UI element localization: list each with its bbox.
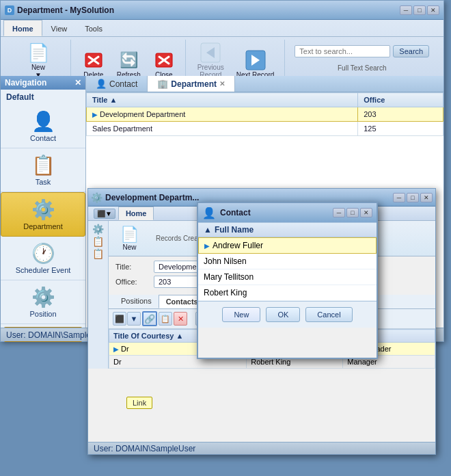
ribbon-tabs: Home View Tools bbox=[1, 20, 443, 37]
sub-side-icon-1[interactable]: ⚙️ bbox=[92, 224, 104, 235]
refresh-icon: 🔄 bbox=[118, 49, 139, 71]
grid-row-title2: Sales Department bbox=[87, 122, 358, 136]
minimize-button[interactable]: ─ bbox=[400, 5, 412, 15]
ribbon-new-items: 📄 New▼ bbox=[23, 40, 54, 81]
sub-nav-combo: ⬛ ▼ bbox=[113, 312, 141, 326]
grid-row-office2: 125 bbox=[358, 122, 443, 136]
sub-delete-button[interactable]: ✕ bbox=[174, 312, 187, 326]
dialog-list: ▶ Andrew Fuller John Nilsen Mary Tellits… bbox=[198, 237, 377, 301]
table-row[interactable]: ▶ Development Department 203 bbox=[87, 107, 443, 122]
dialog-title-text: Contact bbox=[220, 208, 251, 217]
nav-panel-title: Navigation ✕ bbox=[1, 76, 85, 90]
list-item[interactable]: ▶ Andrew Fuller bbox=[198, 237, 377, 254]
dept-tab-close[interactable]: ✕ bbox=[219, 80, 225, 88]
table-row[interactable]: Sales Department 125 bbox=[87, 122, 443, 136]
sub-minimize-btn[interactable]: ─ bbox=[393, 193, 405, 202]
sub-title-left: ⚙️ Development Departm... bbox=[91, 192, 199, 203]
grid-row-indicator: ▶ Development Department bbox=[87, 107, 358, 122]
previous-record-button[interactable]: PreviousRecord bbox=[193, 40, 229, 81]
search-group-label: Full Text Search bbox=[338, 64, 387, 72]
sidebar-item-scheduler[interactable]: 🕐 Scheduler Event bbox=[1, 237, 85, 280]
tab-department[interactable]: 🏢 Department ✕ bbox=[147, 76, 235, 92]
search-input[interactable] bbox=[295, 45, 390, 57]
fullname-col-label: Full Name bbox=[215, 225, 254, 235]
department-nav-label: Department bbox=[23, 222, 62, 230]
grid-row-office: 203 bbox=[358, 107, 443, 122]
dialog-close-btn[interactable]: ✕ bbox=[360, 208, 372, 217]
sub-side-icon-2[interactable]: 📋 bbox=[92, 236, 104, 247]
sub-close-btn[interactable]: ✕ bbox=[420, 193, 433, 202]
new-button[interactable]: 📄 New▼ bbox=[23, 40, 54, 81]
maximize-button[interactable]: □ bbox=[413, 5, 426, 15]
position-icon: ⚙️ bbox=[31, 286, 55, 308]
sidebar-item-position[interactable]: ⚙️ Position bbox=[1, 280, 85, 324]
dialog-contact-icon: 👤 bbox=[202, 207, 216, 220]
scheduler-nav-label: Scheduler Event bbox=[16, 266, 71, 274]
tab-view[interactable]: View bbox=[42, 21, 77, 36]
contact-icon: 👤 bbox=[31, 110, 55, 133]
position-nav-label: Position bbox=[29, 310, 56, 318]
tab-home[interactable]: Home bbox=[3, 20, 42, 36]
form-title-label: Title: bbox=[115, 263, 150, 271]
sub-title-controls: ─ □ ✕ bbox=[393, 193, 433, 202]
sub-link-button[interactable]: 🔗 bbox=[142, 311, 157, 326]
close-icon-ribbon bbox=[153, 49, 175, 71]
sub-status-user: User: DOMAIN\SampleUser bbox=[94, 444, 195, 453]
contact-nav-label: Contact bbox=[30, 134, 56, 142]
task-icon: 📋 bbox=[31, 154, 55, 176]
dialog-title-bar: 👤 Contact ─ □ ✕ bbox=[198, 203, 377, 222]
nav-default-label: Default bbox=[1, 90, 85, 105]
title-bar-left: D Department - MySolution bbox=[5, 5, 114, 15]
dept-tab-label: Department bbox=[171, 79, 217, 89]
dialog-ok-button[interactable]: OK bbox=[266, 307, 300, 322]
nav-pin-button[interactable]: ✕ bbox=[74, 78, 81, 88]
sub-new-label: New bbox=[122, 243, 136, 251]
sub-window-icon: ⚙️ bbox=[91, 192, 102, 203]
contact-tab-label: Contact bbox=[109, 79, 137, 89]
sub-edit-button[interactable]: 📋 bbox=[159, 312, 172, 326]
search-box: Search bbox=[292, 40, 432, 63]
ribbon-edit-items: Delete 🔄 Refresh bbox=[78, 40, 180, 81]
form-office-label: Office: bbox=[115, 278, 150, 286]
sub-nav-toggle[interactable]: ⬛ bbox=[113, 312, 126, 326]
contact-item-3: Mary Tellitson bbox=[204, 272, 254, 282]
dialog-maximize-btn[interactable]: □ bbox=[346, 208, 359, 217]
sub-new-button[interactable]: 📄 New bbox=[114, 224, 145, 253]
tab-contact[interactable]: 👤 Contact bbox=[86, 76, 147, 92]
next-record-icon bbox=[245, 49, 266, 71]
sub-maximize-btn[interactable]: □ bbox=[407, 193, 419, 202]
main-title-bar: D Department - MySolution ─ □ ✕ bbox=[1, 1, 443, 20]
grid-col-title: Title ▲ bbox=[87, 93, 358, 107]
close-button[interactable]: ✕ bbox=[427, 5, 439, 15]
sub-nav-icon[interactable]: ⬛▼ bbox=[94, 209, 115, 219]
list-item[interactable]: Robert King bbox=[198, 285, 377, 301]
dept-tab-icon: 🏢 bbox=[157, 79, 168, 89]
dialog-new-button[interactable]: New bbox=[222, 307, 260, 322]
ribbon-nav-items: PreviousRecord Next Record bbox=[193, 40, 279, 81]
dialog-buttons: New OK Cancel bbox=[198, 301, 377, 328]
sub-side-icon-3[interactable]: 📋 bbox=[92, 248, 104, 259]
delete-icon bbox=[83, 49, 105, 71]
sub-window-title: Development Departm... bbox=[105, 193, 199, 202]
dialog-controls: ─ □ ✕ bbox=[333, 208, 372, 217]
dialog-minimize-btn[interactable]: ─ bbox=[333, 208, 345, 217]
search-button[interactable]: Search bbox=[393, 45, 429, 57]
contact-dialog: 👤 Contact ─ □ ✕ ▲ Full Name ▶ Andrew Ful… bbox=[197, 202, 378, 359]
department-icon: ⚙️ bbox=[31, 198, 55, 221]
sidebar-item-contact[interactable]: 👤 Contact bbox=[1, 105, 85, 148]
scheduler-icon: 🕐 bbox=[31, 242, 55, 265]
contact-item-4: Robert King bbox=[204, 288, 247, 298]
sub-tab-home[interactable]: Home bbox=[118, 207, 154, 220]
sort-indicator: ▲ bbox=[204, 225, 212, 235]
sub-new-icon: 📄 bbox=[120, 226, 139, 243]
dialog-cancel-button[interactable]: Cancel bbox=[305, 307, 352, 322]
sidebar-item-task[interactable]: 📋 Task bbox=[1, 148, 85, 192]
tab-tools[interactable]: Tools bbox=[76, 21, 111, 36]
sub-tab-positions[interactable]: Positions bbox=[114, 295, 159, 308]
sidebar-item-department[interactable]: ⚙️ Department bbox=[1, 192, 85, 237]
list-item[interactable]: Mary Tellitson bbox=[198, 269, 377, 285]
sub-status-bar: User: DOMAIN\SampleUser bbox=[88, 442, 435, 454]
task-nav-label: Task bbox=[36, 178, 51, 186]
list-item[interactable]: John Nilsen bbox=[198, 254, 377, 269]
sub-nav-dropdown[interactable]: ▼ bbox=[127, 312, 141, 326]
